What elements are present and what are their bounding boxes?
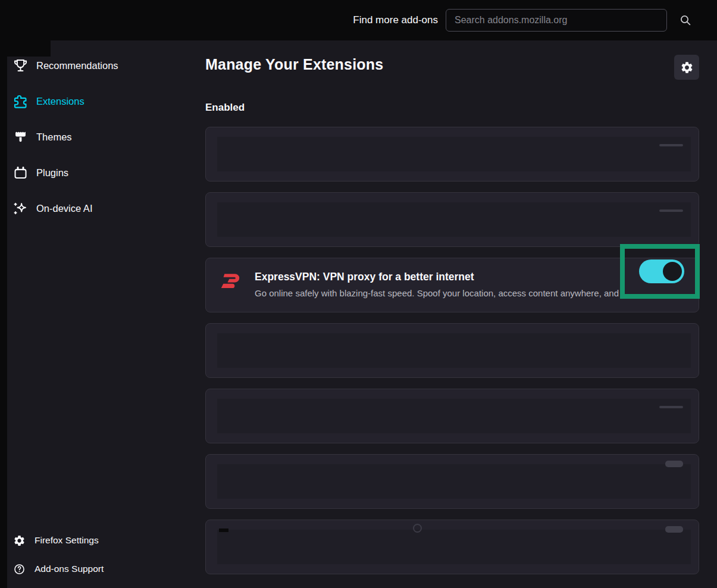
sparkles-icon	[12, 200, 29, 217]
toggle-remnant	[659, 406, 683, 408]
toggle-remnant	[659, 144, 683, 146]
redacted-content	[217, 137, 691, 171]
sidebar-footer-label: Add-ons Support	[35, 564, 104, 574]
sidebar-item-on-device-ai[interactable]: On-device AI	[7, 190, 203, 226]
extension-info: ExpressVPN: VPN proxy for a better inter…	[255, 269, 699, 298]
main-content: Manage Your Extensions Enabled	[205, 40, 699, 585]
paintbrush-icon	[12, 129, 29, 145]
top-search-bar: Find more add-ons	[0, 0, 717, 40]
extension-card-placeholder[interactable]	[205, 192, 699, 247]
redacted-content	[217, 202, 691, 237]
sidebar-item-extensions[interactable]: Extensions	[7, 83, 203, 119]
sidebar-footer-label: Firefox Settings	[35, 535, 99, 546]
sidebar-footer: Firefox Settings Add-ons Support	[7, 526, 203, 583]
redacted-content	[217, 530, 691, 564]
sidebar-item-label: On-device AI	[36, 203, 92, 214]
sidebar-item-label: Plugins	[36, 167, 68, 179]
sidebar-item-label: Themes	[36, 132, 72, 143]
expressvpn-logo-icon	[218, 269, 241, 293]
page-title: Manage Your Extensions	[205, 55, 699, 74]
magnifier-icon	[678, 13, 693, 27]
extension-card-placeholder[interactable]	[205, 127, 699, 182]
sidebar: Recommendations Extensions Themes	[7, 48, 203, 226]
extension-card-placeholder[interactable]	[205, 520, 699, 574]
sidebar-item-themes[interactable]: Themes	[7, 119, 203, 155]
sidebar-item-label: Extensions	[36, 96, 84, 107]
enabled-section-heading: Enabled	[205, 102, 699, 114]
extension-card-placeholder[interactable]	[205, 389, 699, 443]
toggle-remnant	[665, 461, 683, 467]
sidebar-item-label: Recommendations	[36, 60, 118, 71]
search-button[interactable]	[678, 12, 693, 28]
about-addons-page: Find more add-ons	[0, 0, 717, 588]
spinner-remnant	[413, 524, 422, 533]
plug-icon	[12, 164, 29, 181]
sidebar-item-firefox-settings[interactable]: Firefox Settings	[7, 526, 203, 555]
extension-description: Go online safely with blazing-fast speed…	[255, 288, 674, 298]
sidebar-item-recommendations[interactable]: Recommendations	[7, 48, 203, 83]
extension-enable-toggle[interactable]	[639, 259, 684, 283]
redacted-content	[217, 333, 691, 368]
redacted-content	[217, 464, 691, 499]
window-edge	[0, 0, 7, 588]
icon-remnant	[219, 528, 228, 532]
find-more-addons-label: Find more add-ons	[353, 14, 438, 26]
sidebar-item-addons-support[interactable]: Add-ons Support	[7, 555, 203, 583]
extension-card-placeholder[interactable]	[205, 454, 699, 509]
question-icon	[13, 563, 26, 576]
extension-list: ExpressVPN: VPN proxy for a better inter…	[205, 127, 699, 574]
tools-for-all-addons-button[interactable]	[674, 55, 699, 80]
search-input[interactable]	[446, 9, 667, 32]
toggle-knob	[663, 262, 682, 281]
puzzle-piece-icon	[12, 93, 29, 110]
redacted-content	[217, 399, 691, 433]
gear-icon	[13, 534, 26, 547]
sidebar-item-plugins[interactable]: Plugins	[7, 155, 203, 190]
toggle-remnant	[665, 526, 683, 533]
extension-card-expressvpn[interactable]: ExpressVPN: VPN proxy for a better inter…	[205, 258, 699, 312]
toggle-remnant	[659, 209, 683, 212]
trophy-icon	[12, 57, 29, 74]
gear-icon	[680, 61, 694, 74]
extension-title: ExpressVPN: VPN proxy for a better inter…	[255, 271, 699, 283]
extension-card-placeholder[interactable]	[205, 323, 699, 378]
